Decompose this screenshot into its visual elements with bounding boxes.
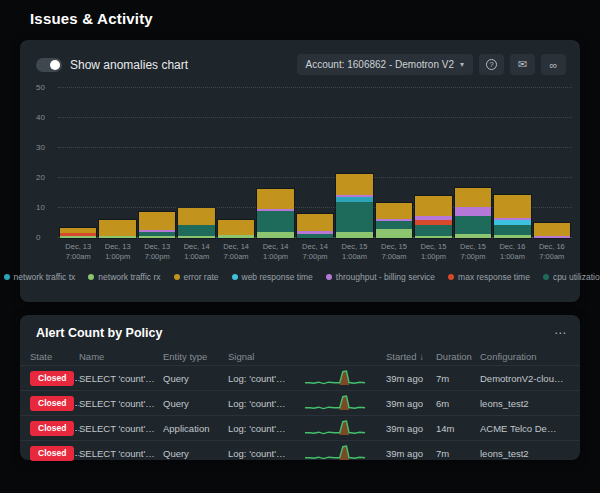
- show-anomalies-toggle[interactable]: [36, 58, 62, 72]
- ellipsis-menu-icon[interactable]: ⋯: [554, 329, 566, 337]
- bar-segment: [139, 236, 175, 238]
- legend-label: max response time: [458, 272, 530, 282]
- legend-dot-icon: [4, 274, 10, 280]
- alert-name: SELECT 'count' (*)...: [79, 423, 163, 434]
- column-header[interactable]: Signal: [228, 351, 292, 362]
- column-header[interactable]: Duration: [436, 351, 480, 362]
- stacked-bar[interactable]: [178, 208, 214, 238]
- stacked-bar[interactable]: [60, 228, 96, 238]
- x-tick-label: Dec, 151:00am: [336, 242, 372, 262]
- alert-name: SELECT 'count' (*)...: [79, 373, 163, 384]
- legend-item[interactable]: throughput - billing service: [326, 272, 435, 282]
- y-tick-label: 10: [36, 203, 45, 212]
- started: 39m ago: [386, 448, 436, 459]
- chart-plot-area: 01020304050: [58, 88, 572, 238]
- legend-dot-icon: [543, 274, 549, 280]
- x-tick-label: Dec, 167:00am: [534, 242, 570, 262]
- column-header[interactable]: State: [30, 351, 79, 362]
- stacked-bar[interactable]: [494, 195, 530, 238]
- alert-table-row[interactable]: ClosedSELECT 'count' (*)...ApplicationLo…: [20, 415, 580, 440]
- column-header[interactable]: Name: [79, 351, 163, 362]
- header-controls: Account: 1606862 - Demotron V2 ▾ ? ✉ ∞: [297, 54, 566, 75]
- stacked-bar[interactable]: [218, 220, 254, 238]
- legend-item[interactable]: web response time: [232, 272, 313, 282]
- column-header[interactable]: Configuration: [480, 351, 570, 362]
- state-badge: Closed: [30, 396, 74, 411]
- configuration: DemotronV2-cloudfront...: [480, 373, 570, 384]
- chevron-down-icon: ▾: [460, 60, 464, 69]
- legend-label: web response time: [242, 272, 313, 282]
- bar-segment: [494, 225, 530, 235]
- x-tick-label: Dec, 131:00pm: [99, 242, 135, 262]
- stacked-bar[interactable]: [336, 174, 372, 238]
- bar-segment: [257, 189, 293, 209]
- legend-item[interactable]: error rate: [174, 272, 219, 282]
- stacked-bar[interactable]: [415, 196, 451, 238]
- stacked-bar[interactable]: [376, 203, 412, 238]
- x-tick-label: Dec, 147:00pm: [297, 242, 333, 262]
- inbox-button[interactable]: ✉: [510, 54, 535, 75]
- chart-x-axis-labels: Dec, 137:00amDec, 131:00pmDec, 137:00pmD…: [60, 242, 570, 262]
- alert-sparkline-icon: [305, 443, 367, 463]
- alert-table-row[interactable]: ClosedSELECT 'count' (*)...QueryLog: 'co…: [20, 365, 580, 390]
- stacked-bar[interactable]: [534, 223, 570, 238]
- configuration: leons_test2: [480, 398, 570, 409]
- signal: Log: 'count' (*): [228, 373, 292, 384]
- column-header[interactable]: Started ↓: [386, 351, 436, 362]
- y-tick-label: 0: [36, 233, 40, 242]
- legend-dot-icon: [88, 274, 94, 280]
- alert-name: SELECT 'count' (*)...: [79, 398, 163, 409]
- link-button[interactable]: ∞: [541, 54, 566, 75]
- bar-segment: [534, 223, 570, 236]
- legend-item[interactable]: network traffic rx: [88, 272, 160, 282]
- x-tick-label: Dec, 137:00am: [60, 242, 96, 262]
- bar-segment: [178, 225, 214, 236]
- stacked-bar[interactable]: [99, 220, 135, 238]
- legend-label: error rate: [184, 272, 219, 282]
- state-badge: Closed: [30, 446, 74, 461]
- x-tick-label: Dec, 161:00am: [494, 242, 530, 262]
- bar-segment: [455, 216, 491, 234]
- bar-segment: [178, 208, 214, 225]
- alert-sparkline-icon: [305, 418, 367, 438]
- y-tick-label: 30: [36, 143, 45, 152]
- account-selector[interactable]: Account: 1606862 - Demotron V2 ▾: [297, 54, 473, 75]
- page-title: Issues & Activity: [30, 10, 153, 27]
- configuration: ACME Telco Demo Confi...: [480, 423, 570, 434]
- alert-table-row[interactable]: ClosedSELECT 'count' (*)...QueryLog: 'co…: [20, 390, 580, 415]
- legend-dot-icon: [326, 274, 332, 280]
- duration: 7m: [436, 448, 480, 459]
- stacked-bar[interactable]: [297, 214, 333, 238]
- alert-table-row[interactable]: ClosedSELECT 'count' (*)...QueryLog: 'co…: [20, 440, 580, 465]
- help-button[interactable]: ?: [479, 54, 504, 75]
- legend-item[interactable]: network traffic tx: [4, 272, 76, 282]
- bar-segment: [139, 212, 175, 230]
- x-tick-label: Dec, 147:00am: [218, 242, 254, 262]
- entity-type: Query: [163, 448, 228, 459]
- signal: Log: 'count' (*): [228, 448, 292, 459]
- alert-sparkline-icon: [305, 368, 367, 388]
- legend-item[interactable]: max response time: [448, 272, 530, 282]
- anomalies-panel-header: Show anomalies chart Account: 1606862 - …: [20, 40, 580, 76]
- started: 39m ago: [386, 373, 436, 384]
- started: 39m ago: [386, 398, 436, 409]
- stacked-bar[interactable]: [455, 188, 491, 238]
- y-tick-label: 50: [36, 83, 45, 92]
- inbox-icon: ✉: [518, 58, 527, 71]
- bar-segment: [455, 188, 491, 207]
- column-header[interactable]: Entity type: [163, 351, 228, 362]
- legend-item[interactable]: cpu utilization: [543, 272, 600, 282]
- stacked-bar[interactable]: [257, 189, 293, 238]
- x-tick-label: Dec, 141:00am: [178, 242, 214, 262]
- state-badge: Closed: [30, 371, 74, 386]
- x-tick-label: Dec, 137:00pm: [139, 242, 175, 262]
- bar-segment: [218, 235, 254, 238]
- y-tick-label: 20: [36, 173, 45, 182]
- entity-type: Query: [163, 398, 228, 409]
- stacked-bar[interactable]: [139, 212, 175, 238]
- x-tick-label: Dec, 157:00am: [376, 242, 412, 262]
- help-icon: ?: [486, 59, 497, 70]
- bar-segment: [376, 221, 412, 229]
- bar-segment: [455, 234, 491, 238]
- legend-dot-icon: [448, 274, 454, 280]
